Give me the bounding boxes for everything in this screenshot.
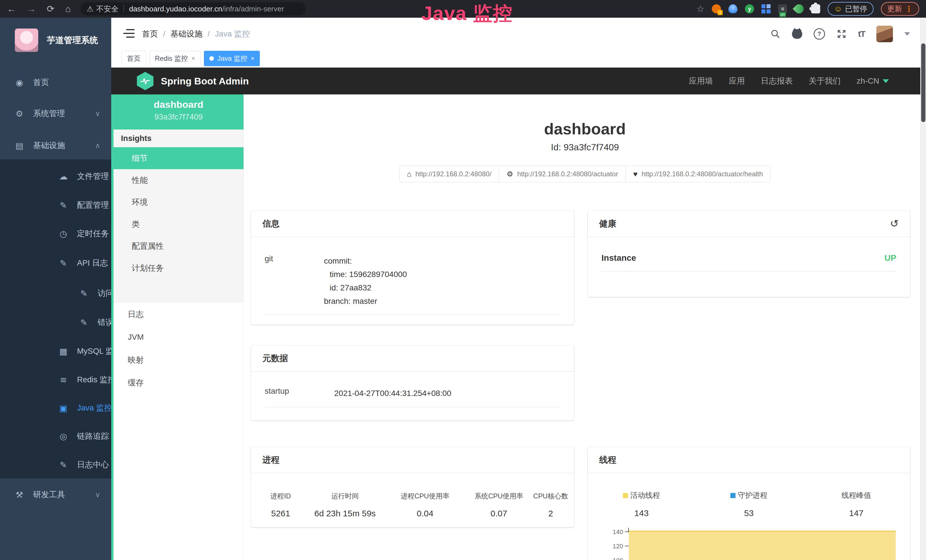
help-icon[interactable]: ? xyxy=(814,28,825,40)
scrollbar-thumb[interactable] xyxy=(921,43,925,122)
sba-item-scheduled-tasks[interactable]: 计划任务 xyxy=(113,257,244,279)
tab-redis-monitor[interactable]: Redis 监控 × xyxy=(150,51,200,66)
legend-label: 守护进程 xyxy=(738,490,767,500)
sidebar-collapse-icon[interactable] xyxy=(123,29,135,39)
sidebar-item-access-log[interactable]: ✎ 访问日志 xyxy=(0,285,111,302)
info-row-value: commit: time: 1596289704000 id: 27aa832 … xyxy=(324,254,560,308)
browser-home-icon[interactable]: ⌂ xyxy=(65,0,71,18)
sba-item-caches[interactable]: 缓存 xyxy=(113,371,244,394)
update-button[interactable]: 更新 ⋮ xyxy=(881,2,919,16)
sidebar-item-label: Redis 监控 xyxy=(77,374,111,385)
sba-instance-header[interactable]: dashboard 93a3fc7f7409 xyxy=(113,94,244,130)
sba-item-mappings[interactable]: 映射 xyxy=(113,349,244,371)
sidebar-item-error-log[interactable]: ✎ 错误日志 xyxy=(0,313,111,331)
tab-java-monitor[interactable]: Java 监控 × xyxy=(204,51,260,66)
sidebar-item-trace[interactable]: ◎ 链路追踪 xyxy=(0,427,111,445)
sidebar-item-infra[interactable]: ▤ 基础设施 ∧ xyxy=(0,137,111,154)
sba-item-logfile[interactable]: 日志 xyxy=(113,303,244,326)
health-url-button[interactable]: ♥ http://192.168.0.2:48080/actuator/heal… xyxy=(625,166,770,182)
bookmark-star-icon[interactable]: ☆ xyxy=(696,3,705,14)
page-scrollbar[interactable] xyxy=(920,18,926,560)
user-menu-caret-icon[interactable] xyxy=(904,32,910,36)
legend-value: 53 xyxy=(695,509,803,518)
app-logo xyxy=(15,29,38,52)
sba-nav-journal[interactable]: 日志报表 xyxy=(761,76,793,86)
health-instance-row[interactable]: Instance UP xyxy=(601,236,896,272)
sidebar-item-config-manage[interactable]: ✎ 配置管理 xyxy=(0,196,111,214)
paused-badge[interactable]: ☺ 已暂停 xyxy=(828,2,873,16)
browser-back-icon[interactable]: ← xyxy=(7,0,16,18)
sidebar-item-redis-monitor[interactable]: ≋ Redis 监控 xyxy=(0,371,111,389)
browser-forward-icon[interactable]: → xyxy=(27,0,36,18)
sba-item-details[interactable]: 细节 xyxy=(113,147,244,169)
browser-reload-icon[interactable]: ⟳ xyxy=(47,0,54,18)
breadcrumb-infra[interactable]: 基础设施 xyxy=(171,29,203,39)
sidebar-item-java-monitor[interactable]: ▣ Java 监控 xyxy=(0,399,111,417)
sidebar-item-log-center[interactable]: ✎ 日志中心 xyxy=(0,456,111,474)
sidebar-item-api-log[interactable]: ✎ API 日志 ∧ xyxy=(0,254,111,272)
eye-icon: ◎ xyxy=(57,431,70,441)
sidebar-item-mysql-monitor[interactable]: ▦ MySQL 监控 xyxy=(0,342,111,360)
search-icon[interactable] xyxy=(770,29,781,39)
security-warning-icon[interactable]: ⚠ xyxy=(87,5,93,14)
sidebar-item-scheduled-job[interactable]: ◷ 定时任务 xyxy=(0,225,111,242)
sba-item-classes[interactable]: 类 xyxy=(113,213,244,235)
service-url: http://192.168.0.2:48080/ xyxy=(415,170,492,178)
sidebar-item-file-manage[interactable]: ☁ 文件管理 xyxy=(0,168,111,185)
sidebar-item-system[interactable]: ⚙ 系统管理 ∨ xyxy=(0,105,111,123)
extension-list-icon[interactable]: ≡on xyxy=(778,4,787,14)
sba-nav-about[interactable]: 关于我们 xyxy=(809,76,841,86)
actuator-url-button[interactable]: ⚙ http://192.168.0.2:48080/actuator xyxy=(499,166,626,182)
process-card: 进程 进程ID 5261 运行时间 6d 23h 15m 59s 进程CPU使用… xyxy=(251,447,574,527)
sidebar-item-label: 链路追踪 xyxy=(77,431,109,442)
column-header: 进程ID xyxy=(256,492,306,501)
sidebar-item-label: 定时任务 xyxy=(77,228,109,239)
history-icon[interactable]: ↺ xyxy=(890,218,899,230)
sidebar-item-dev-tools[interactable]: ⚒ 研发工具 ∨ xyxy=(0,486,111,504)
sba-nav-applications[interactable]: 应用 xyxy=(729,76,745,86)
process-column-uptime: 运行时间 6d 23h 15m 59s xyxy=(306,492,384,518)
extension-leaf-icon[interactable] xyxy=(793,2,806,15)
sba-main: dashboard Id: 93a3fc7f7409 ⌂ http://192.… xyxy=(244,94,926,560)
font-size-icon[interactable]: tT xyxy=(858,29,865,39)
column-header: 系统CPU使用率 xyxy=(466,492,532,501)
extension-grid-icon[interactable] xyxy=(761,4,770,14)
log-icon: ✎ xyxy=(77,288,90,298)
browser-menu-icon[interactable]: ⋮ xyxy=(905,4,913,14)
metadata-row-value: 2021-04-27T00:44:31.254+08:00 xyxy=(334,387,560,400)
monitor-icon: ▤ xyxy=(13,141,26,151)
active-dot xyxy=(209,56,214,61)
fullscreen-icon[interactable] xyxy=(837,29,847,39)
extension-y-icon[interactable]: y xyxy=(745,4,754,14)
tab-home[interactable]: 首页 xyxy=(121,51,146,66)
service-url-button[interactable]: ⌂ http://192.168.0.2:48080/ xyxy=(399,166,499,182)
threads-card-header: 线程 xyxy=(588,447,910,473)
sba-item-metrics[interactable]: 性能 xyxy=(113,169,244,191)
sidebar-logo-row[interactable]: 芋道管理系统 xyxy=(0,18,111,52)
close-icon[interactable]: × xyxy=(191,55,195,62)
column-header: CPU核心数 xyxy=(532,492,569,501)
instance-name: dashboard xyxy=(113,99,244,110)
url-host[interactable]: dashboard.yudao.iocoder.cn xyxy=(129,5,222,14)
sidebar-item-home[interactable]: ◉ 首页 xyxy=(0,74,111,91)
extension-drop-icon[interactable] xyxy=(728,4,737,14)
legend-value: 143 xyxy=(588,509,695,518)
annotation-java-monitor: Java 监控 xyxy=(422,1,513,27)
sba-item-environment[interactable]: 环境 xyxy=(113,191,244,213)
user-avatar[interactable] xyxy=(876,26,893,42)
sba-language-select[interactable]: zh-CN xyxy=(857,76,889,86)
extension-puzzle-icon[interactable] xyxy=(811,4,820,14)
security-label[interactable]: 不安全 xyxy=(96,4,118,14)
sba-brand-title[interactable]: Spring Boot Admin xyxy=(161,76,249,87)
url-path[interactable]: /infra/admin-server xyxy=(222,5,284,14)
sba-item-jvm[interactable]: JVM xyxy=(113,326,244,349)
sba-item-configprops[interactable]: 配置属性 xyxy=(113,235,244,257)
tab-label: 首页 xyxy=(127,54,141,63)
actuator-url: http://192.168.0.2:48080/actuator xyxy=(517,170,618,178)
sba-nav-wall[interactable]: 应用墙 xyxy=(689,76,713,86)
breadcrumb-home[interactable]: 首页 xyxy=(142,29,158,39)
close-icon[interactable]: × xyxy=(251,55,254,62)
github-icon[interactable] xyxy=(792,29,802,39)
extension-orange-icon[interactable]: 1 xyxy=(712,4,721,14)
address-bar[interactable]: ⚠ 不安全 dashboard.yudao.iocoder.cn /infra/… xyxy=(80,2,306,15)
